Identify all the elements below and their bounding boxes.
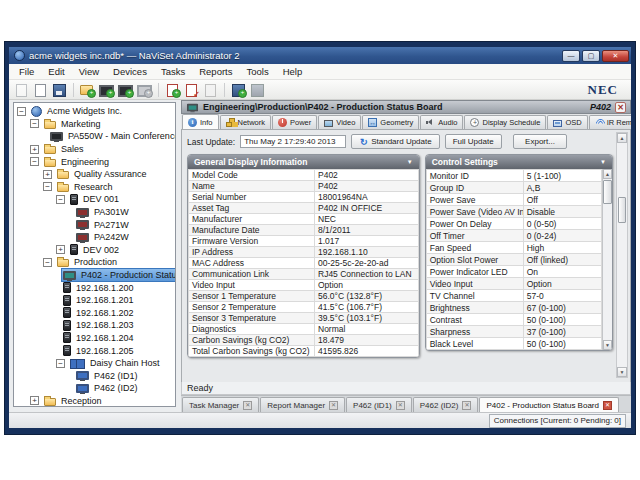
tree-item-body[interactable]: PA242W: [75, 231, 132, 243]
tree-item-sales[interactable]: +Sales: [14, 143, 175, 156]
menu-help[interactable]: Help: [276, 65, 310, 78]
expander-minus-icon[interactable]: −: [30, 119, 39, 128]
open-document-icon[interactable]: [33, 83, 48, 97]
import-database-icon[interactable]: [231, 83, 246, 97]
task-disabled-icon[interactable]: [203, 83, 218, 97]
scroll-down-icon[interactable]: [617, 367, 627, 377]
property-value[interactable]: 67 (0-100): [523, 302, 601, 314]
property-value[interactable]: Disable: [523, 206, 601, 218]
add-group-icon[interactable]: [137, 83, 152, 97]
standard-update-button[interactable]: Standard Update: [351, 134, 440, 149]
collapse-caret-icon[interactable]: ▼: [407, 159, 413, 165]
panel-header[interactable]: Control Settings ▼: [426, 155, 612, 169]
collapse-caret-icon[interactable]: ▼: [600, 159, 606, 165]
tree-item-acme-widgets-inc[interactable]: −Acme Widgets Inc.: [14, 105, 175, 118]
property-value[interactable]: Off: [523, 194, 601, 206]
tree-item-body[interactable]: Engineering: [43, 156, 112, 168]
tree-item-192-168-1-204[interactable]: 192.168.1.204: [14, 332, 175, 345]
property-value[interactable]: 50 (0-100): [523, 314, 601, 326]
tree-item-body[interactable]: 192.168.1.201: [62, 294, 137, 306]
tree-item-body[interactable]: PA550W - Main Conference Room ...: [49, 130, 176, 142]
control-settings-scrollbar[interactable]: [602, 169, 612, 350]
tree-item-192-168-1-201[interactable]: 192.168.1.201: [14, 294, 175, 307]
minimize-button[interactable]: —: [562, 50, 580, 62]
add-folder-icon[interactable]: [80, 83, 95, 97]
property-value[interactable]: Option: [523, 278, 601, 290]
close-icon[interactable]: ✕: [329, 401, 338, 410]
menu-edit[interactable]: Edit: [41, 65, 71, 78]
scroll-down-icon[interactable]: [603, 340, 612, 350]
tab-osd[interactable]: OSD: [547, 115, 587, 129]
tree-item-body[interactable]: P402 - Production Status Board: [62, 269, 176, 281]
tree-item-body[interactable]: Research: [56, 181, 116, 193]
property-value[interactable]: Off (linked): [523, 254, 601, 266]
tree-item-body[interactable]: P462 (ID1): [75, 370, 141, 382]
save-icon[interactable]: [52, 83, 67, 97]
close-icon[interactable]: ✕: [243, 401, 252, 410]
property-value[interactable]: 0 (0-50): [523, 218, 601, 230]
tree-item-engineering[interactable]: −Engineering: [14, 155, 175, 168]
tree-item-body[interactable]: 192.168.1.205: [62, 345, 137, 357]
menu-devices[interactable]: Devices: [106, 65, 154, 78]
tree-item-body[interactable]: 192.168.1.203: [62, 319, 137, 331]
tree-item-body[interactable]: Reception: [43, 395, 105, 407]
scroll-up-icon[interactable]: [617, 133, 627, 143]
property-value[interactable]: On: [523, 266, 601, 278]
menu-file[interactable]: File: [12, 65, 41, 78]
document-close-icon[interactable]: ✕: [615, 102, 626, 113]
tree-item-dev-002[interactable]: +DEV 002: [14, 244, 175, 257]
tree-item-research[interactable]: −Research: [14, 181, 175, 194]
tab-network[interactable]: Network: [220, 115, 272, 129]
tree-item-body[interactable]: Sales: [43, 143, 87, 155]
new-task-icon[interactable]: [165, 83, 180, 97]
tab-audio[interactable]: Audio: [420, 115, 463, 129]
tree-item-192-168-1-202[interactable]: 192.168.1.202: [14, 307, 175, 320]
menu-view[interactable]: View: [72, 65, 106, 78]
expander-minus-icon[interactable]: −: [56, 195, 65, 204]
panel-header[interactable]: General Display Information ▼: [188, 155, 419, 169]
add-device-icon[interactable]: [99, 83, 114, 97]
expander-minus-icon[interactable]: −: [30, 157, 39, 166]
tree-item-pa271w[interactable]: PA271W: [14, 218, 175, 231]
tree-item-body[interactable]: Daisy Chain Host: [69, 357, 163, 369]
expander-plus-icon[interactable]: +: [30, 145, 39, 154]
menu-reports[interactable]: Reports: [192, 65, 239, 78]
bottom-tab-p462-id1[interactable]: P462 (ID1)✕: [346, 397, 412, 412]
tree-item-body[interactable]: Marketing: [43, 118, 104, 130]
expander-plus-icon[interactable]: +: [43, 170, 52, 179]
expander-minus-icon[interactable]: −: [56, 359, 65, 368]
expander-minus-icon[interactable]: −: [43, 258, 52, 267]
expander-plus-icon[interactable]: +: [30, 396, 39, 405]
tree-item-pa550w-main-conference-room[interactable]: PA550W - Main Conference Room ...: [14, 130, 175, 143]
tree-item-body[interactable]: 192.168.1.200: [62, 282, 137, 294]
tree-item-192-168-1-205[interactable]: 192.168.1.205: [14, 344, 175, 357]
tree-item-body[interactable]: 192.168.1.204: [62, 332, 137, 344]
tree-item-body[interactable]: DEV 001: [69, 193, 122, 205]
scrollbar-thumb[interactable]: [618, 197, 626, 223]
tree-item-192-168-1-203[interactable]: 192.168.1.203: [14, 319, 175, 332]
property-value[interactable]: 0 (0-24): [523, 230, 601, 242]
tree-item-body[interactable]: Production: [56, 256, 120, 268]
expander-plus-icon[interactable]: +: [56, 245, 65, 254]
tree-item-body[interactable]: P462 (ID2): [75, 382, 141, 394]
tree-item-body[interactable]: PA301W: [75, 206, 132, 218]
tree-item-body[interactable]: Quality Assurance: [56, 168, 150, 180]
scrollbar-thumb[interactable]: [603, 180, 612, 204]
tree-item-daisy-chain-host[interactable]: −Daisy Chain Host: [14, 357, 175, 370]
tab-power[interactable]: Power: [272, 115, 317, 129]
bottom-tab-p462-id2[interactable]: P462 (ID2)✕: [413, 397, 479, 412]
expander-minus-icon[interactable]: −: [17, 107, 26, 116]
content-scrollbar[interactable]: [616, 132, 628, 378]
tab-display-schedule[interactable]: Display Schedule: [464, 115, 546, 129]
tree-item-pa301w[interactable]: PA301W: [14, 206, 175, 219]
tree-item-192-168-1-200[interactable]: 192.168.1.200: [14, 281, 175, 294]
tab-geometry[interactable]: Geometry: [362, 115, 419, 129]
tree-item-body[interactable]: PA271W: [75, 219, 132, 231]
expander-minus-icon[interactable]: −: [43, 182, 52, 191]
bottom-tab-report-manager[interactable]: Report Manager✕: [260, 397, 345, 412]
close-icon[interactable]: ✕: [462, 401, 471, 410]
new-document-icon[interactable]: [14, 83, 29, 97]
titlebar[interactable]: acme widgets inc.ndb* — NaViSet Administ…: [9, 47, 631, 64]
tree-item-body[interactable]: 192.168.1.202: [62, 307, 137, 319]
bottom-tab-task-manager[interactable]: Task Manager✕: [182, 397, 259, 412]
